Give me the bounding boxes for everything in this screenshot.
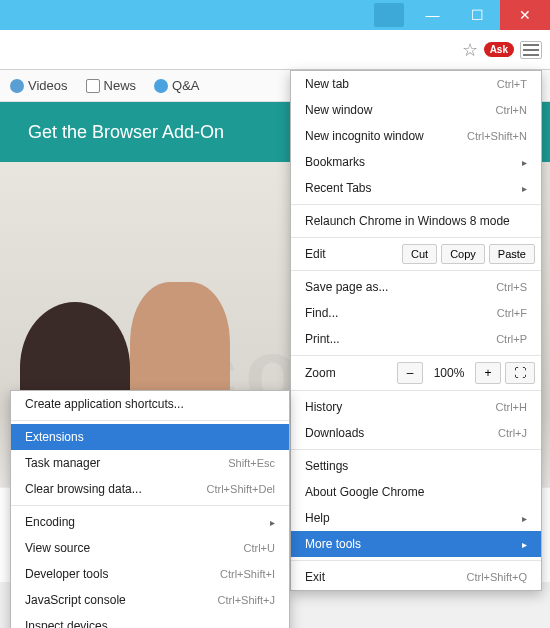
submenu-item-clear-data[interactable]: Clear browsing data...Ctrl+Shift+Del (11, 476, 289, 502)
minimize-button[interactable]: — (410, 0, 455, 30)
menu-label: Exit (305, 570, 325, 584)
window-titlebar: — ☐ ✕ (0, 0, 550, 30)
menu-separator (11, 505, 289, 506)
menu-separator (11, 420, 289, 421)
chrome-main-menu: New tabCtrl+T New windowCtrl+N New incog… (290, 70, 542, 591)
menu-label: Bookmarks (305, 155, 365, 169)
menu-item-downloads[interactable]: DownloadsCtrl+J (291, 420, 541, 446)
browser-toolbar: ☆ Ask (0, 30, 550, 70)
question-icon (154, 79, 168, 93)
tab-label: Q&A (172, 78, 199, 93)
menu-item-about[interactable]: About Google Chrome (291, 479, 541, 505)
zoom-percent: 100% (427, 366, 471, 380)
menu-label: Extensions (25, 430, 84, 444)
menu-shortcut: Ctrl+S (496, 281, 527, 293)
menu-item-new-tab[interactable]: New tabCtrl+T (291, 71, 541, 97)
close-button[interactable]: ✕ (500, 0, 550, 30)
menu-shortcut: Ctrl+U (244, 542, 275, 554)
menu-shortcut: Ctrl+H (496, 401, 527, 413)
chevron-right-icon: ▸ (522, 539, 527, 550)
menu-shortcut: Ctrl+P (496, 333, 527, 345)
play-icon (10, 79, 24, 93)
menu-item-print[interactable]: Print...Ctrl+P (291, 326, 541, 352)
tab-videos[interactable]: Videos (10, 78, 68, 93)
copy-button[interactable]: Copy (441, 244, 485, 264)
menu-shortcut: Ctrl+F (497, 307, 527, 319)
chevron-right-icon: ▸ (522, 157, 527, 168)
submenu-item-task-manager[interactable]: Task managerShift+Esc (11, 450, 289, 476)
menu-label: Encoding (25, 515, 75, 529)
submenu-item-extensions[interactable]: Extensions (11, 424, 289, 450)
paste-button[interactable]: Paste (489, 244, 535, 264)
submenu-item-js-console[interactable]: JavaScript consoleCtrl+Shift+J (11, 587, 289, 613)
zoom-in-button[interactable]: + (475, 362, 501, 384)
menu-label: Find... (305, 306, 338, 320)
menu-shortcut: Ctrl+Shift+Q (466, 571, 527, 583)
menu-item-more-tools[interactable]: More tools▸ (291, 531, 541, 557)
submenu-item-encoding[interactable]: Encoding▸ (11, 509, 289, 535)
menu-item-help[interactable]: Help▸ (291, 505, 541, 531)
menu-separator (291, 390, 541, 391)
menu-label: Task manager (25, 456, 100, 470)
menu-item-find[interactable]: Find...Ctrl+F (291, 300, 541, 326)
menu-shortcut: Ctrl+T (497, 78, 527, 90)
menu-separator (291, 237, 541, 238)
maximize-button[interactable]: ☐ (455, 0, 500, 30)
menu-item-save-as[interactable]: Save page as...Ctrl+S (291, 274, 541, 300)
menu-shortcut: Ctrl+J (498, 427, 527, 439)
menu-shortcut: Shift+Esc (228, 457, 275, 469)
menu-item-relaunch[interactable]: Relaunch Chrome in Windows 8 mode (291, 208, 541, 234)
fullscreen-button[interactable]: ⛶ (505, 362, 535, 384)
menu-label: New window (305, 103, 372, 117)
submenu-item-inspect-devices[interactable]: Inspect devices (11, 613, 289, 628)
menu-separator (291, 355, 541, 356)
tab-news[interactable]: News (86, 78, 137, 93)
menu-item-recent-tabs[interactable]: Recent Tabs▸ (291, 175, 541, 201)
menu-item-settings[interactable]: Settings (291, 453, 541, 479)
user-icon[interactable] (374, 3, 404, 27)
submenu-item-view-source[interactable]: View sourceCtrl+U (11, 535, 289, 561)
menu-label: Developer tools (25, 567, 108, 581)
zoom-out-button[interactable]: – (397, 362, 423, 384)
tab-label: News (104, 78, 137, 93)
chevron-right-icon: ▸ (522, 183, 527, 194)
menu-item-new-incognito[interactable]: New incognito windowCtrl+Shift+N (291, 123, 541, 149)
menu-separator (291, 560, 541, 561)
menu-item-new-window[interactable]: New windowCtrl+N (291, 97, 541, 123)
menu-label: Create application shortcuts... (25, 397, 184, 411)
menu-shortcut: Ctrl+Shift+I (220, 568, 275, 580)
submenu-item-dev-tools[interactable]: Developer toolsCtrl+Shift+I (11, 561, 289, 587)
submenu-item-create-shortcuts[interactable]: Create application shortcuts... (11, 391, 289, 417)
hamburger-menu-icon[interactable] (520, 41, 542, 59)
menu-shortcut: Ctrl+Shift+Del (207, 483, 275, 495)
menu-item-edit: Edit Cut Copy Paste (291, 241, 541, 267)
menu-item-bookmarks[interactable]: Bookmarks▸ (291, 149, 541, 175)
menu-separator (291, 270, 541, 271)
tab-qa[interactable]: Q&A (154, 78, 199, 93)
menu-label: Inspect devices (25, 619, 108, 628)
menu-shortcut: Ctrl+Shift+N (467, 130, 527, 142)
menu-separator (291, 204, 541, 205)
news-icon (86, 79, 100, 93)
hero-text: Get the Browser Add-On (28, 122, 224, 143)
more-tools-submenu: Create application shortcuts... Extensio… (10, 390, 290, 628)
menu-label: More tools (305, 537, 361, 551)
menu-label: Save page as... (305, 280, 388, 294)
menu-shortcut: Ctrl+N (496, 104, 527, 116)
menu-label: Zoom (305, 366, 393, 380)
menu-label: Downloads (305, 426, 364, 440)
menu-label: Recent Tabs (305, 181, 372, 195)
cut-button[interactable]: Cut (402, 244, 437, 264)
menu-label: History (305, 400, 342, 414)
menu-label: Settings (305, 459, 348, 473)
menu-item-exit[interactable]: ExitCtrl+Shift+Q (291, 564, 541, 590)
chevron-right-icon: ▸ (522, 513, 527, 524)
ask-extension-icon[interactable]: Ask (484, 42, 514, 57)
menu-label: Print... (305, 332, 340, 346)
bookmark-star-icon[interactable]: ☆ (462, 39, 478, 61)
menu-label: Clear browsing data... (25, 482, 142, 496)
menu-label: New incognito window (305, 129, 424, 143)
menu-item-history[interactable]: HistoryCtrl+H (291, 394, 541, 420)
menu-label: About Google Chrome (305, 485, 424, 499)
menu-item-zoom: Zoom – 100% + ⛶ (291, 359, 541, 387)
